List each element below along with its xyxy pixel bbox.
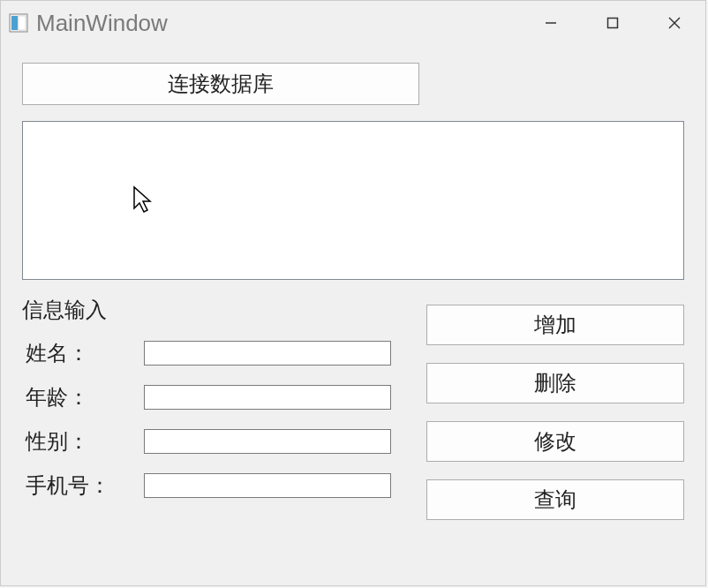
query-button[interactable]: 查询: [426, 479, 684, 520]
svg-rect-1: [11, 16, 18, 30]
form-row-phone: 手机号：: [22, 464, 410, 508]
update-button[interactable]: 修改: [426, 421, 684, 462]
client-area: 连接数据库 信息输入 姓名： 年龄： 性别： 手机号：: [1, 45, 705, 585]
titlebar: MainWindow: [1, 1, 705, 45]
phone-label: 手机号：: [22, 471, 144, 500]
svg-rect-4: [608, 19, 618, 28]
add-button[interactable]: 增加: [426, 305, 684, 345]
phone-input[interactable]: [144, 473, 391, 498]
input-form-section: 信息输入 姓名： 年龄： 性别： 手机号：: [22, 296, 410, 520]
age-label: 年龄：: [22, 383, 144, 411]
svg-rect-2: [19, 16, 26, 30]
connect-database-button[interactable]: 连接数据库: [22, 63, 419, 105]
gender-input[interactable]: [144, 429, 391, 454]
lower-panel: 信息输入 姓名： 年龄： 性别： 手机号：: [22, 296, 684, 520]
form-row-age: 年龄：: [22, 375, 410, 419]
name-input[interactable]: [144, 341, 391, 366]
app-icon: [8, 12, 29, 34]
name-label: 姓名：: [22, 339, 144, 367]
window-controls: [520, 1, 705, 45]
minimize-button[interactable]: [520, 1, 582, 45]
form-section-title: 信息输入: [22, 296, 410, 324]
main-window: MainWindow 连接数据库 信息输入 姓名：: [0, 0, 706, 586]
action-buttons-section: 增加 删除 修改 查询: [426, 296, 684, 520]
maximize-button[interactable]: [582, 1, 644, 45]
age-input[interactable]: [144, 385, 391, 410]
delete-button[interactable]: 删除: [426, 363, 684, 403]
close-button[interactable]: [644, 1, 705, 45]
data-table-view[interactable]: [22, 121, 684, 280]
window-title: MainWindow: [36, 10, 520, 37]
gender-label: 性别：: [22, 427, 144, 456]
form-row-name: 姓名：: [22, 331, 410, 375]
form-row-gender: 性别：: [22, 419, 410, 464]
